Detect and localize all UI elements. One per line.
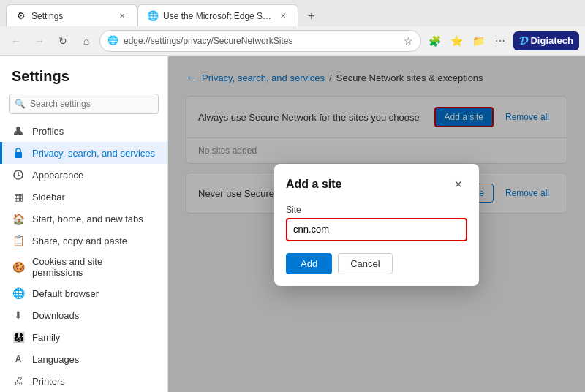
printers-icon: 🖨	[12, 374, 25, 388]
sidebar-item-printers-label: Printers	[32, 376, 65, 387]
sidebar-item-cookies[interactable]: 🍪 Cookies and site permissions	[0, 252, 167, 282]
dialog-title: Add a site	[286, 178, 341, 191]
add-site-dialog: Add a site ✕ Site Add Cancel	[274, 164, 479, 286]
home-button[interactable]: ⌂	[76, 31, 97, 51]
start-home-icon: 🏠	[12, 212, 25, 225]
sidebar-item-profiles[interactable]: Profiles	[0, 120, 167, 142]
new-tab-button[interactable]: +	[301, 6, 322, 26]
digiatech-name: Digiatech	[530, 35, 573, 46]
sidebar-item-languages-label: Languages	[32, 354, 79, 365]
sidebar-icon: ▦	[12, 190, 25, 203]
sidebar-item-share-copy-label: Share, copy and paste	[32, 235, 127, 246]
cookies-icon: 🍪	[12, 260, 25, 274]
family-icon: 👨‍👩‍👧	[12, 331, 25, 344]
settings-tab-icon: ⚙	[15, 10, 27, 22]
share-copy-icon: 📋	[12, 234, 25, 247]
dialog-add-button[interactable]: Add	[286, 253, 332, 274]
content-area: ← Privacy, search, and services / Secure…	[168, 56, 585, 392]
dialog-close-button[interactable]: ✕	[450, 176, 467, 193]
toolbar-actions: 🧩 ⭐ 📁 ⋯	[424, 31, 510, 51]
profiles-icon	[12, 124, 25, 137]
sidebar-item-share-copy[interactable]: 📋 Share, copy and paste	[0, 230, 167, 252]
sidebar: Settings 🔍 Profiles Privacy, search, and…	[0, 56, 168, 392]
dialog-body: Site	[274, 199, 479, 253]
extensions-button[interactable]: 🧩	[424, 31, 445, 51]
sidebar-item-profiles-label: Profiles	[32, 126, 64, 137]
sidebar-item-privacy[interactable]: Privacy, search, and services	[0, 142, 167, 164]
dialog-footer: Add Cancel	[274, 253, 479, 286]
appearance-icon	[12, 168, 25, 181]
refresh-button[interactable]: ↻	[53, 31, 73, 51]
sidebar-item-family[interactable]: 👨‍👩‍👧 Family	[0, 326, 167, 348]
sidebar-item-downloads[interactable]: ⬇ Downloads	[0, 304, 167, 326]
site-field-label: Site	[286, 205, 467, 215]
dialog-header: Add a site ✕	[274, 164, 479, 199]
sidebar-item-languages[interactable]: A Languages	[0, 348, 167, 370]
site-field-input[interactable]	[286, 218, 467, 241]
languages-icon: A	[12, 353, 25, 366]
browser-chrome: ⚙ Settings ✕ 🌐 Use the Microsoft Edge Se…	[0, 0, 585, 56]
back-button[interactable]: ←	[6, 31, 26, 51]
sidebar-item-sidebar-label: Sidebar	[32, 192, 65, 203]
search-icon: 🔍	[15, 99, 26, 109]
downloads-icon: ⬇	[12, 309, 25, 322]
settings-tab-close[interactable]: ✕	[116, 10, 128, 22]
sidebar-item-start-home[interactable]: 🏠 Start, home, and new tabs	[0, 208, 167, 230]
sidebar-item-default-browser-label: Default browser	[32, 288, 99, 299]
menu-button[interactable]: ⋯	[490, 31, 510, 51]
settings-tab-title: Settings	[31, 11, 112, 21]
favorites-button[interactable]: ⭐	[446, 31, 467, 51]
tab-bar: ⚙ Settings ✕ 🌐 Use the Microsoft Edge Se…	[0, 0, 585, 26]
search-box: 🔍	[9, 94, 159, 114]
edge-tab-icon: 🌐	[147, 10, 159, 22]
sidebar-item-privacy-label: Privacy, search, and services	[32, 148, 155, 159]
digiatech-d-icon: 𝓓	[519, 34, 527, 48]
digiatech-logo: 𝓓 Digiatech	[513, 31, 579, 50]
edge-favicon: 🌐	[107, 35, 119, 47]
tab-settings[interactable]: ⚙ Settings ✕	[6, 4, 137, 26]
sidebar-item-appearance[interactable]: Appearance	[0, 164, 167, 186]
sidebar-item-appearance-label: Appearance	[32, 170, 83, 181]
sidebar-item-cookies-label: Cookies and site permissions	[32, 256, 156, 278]
bookmark-icon[interactable]: ☆	[404, 35, 413, 47]
search-input[interactable]	[9, 94, 159, 114]
main-layout: Settings 🔍 Profiles Privacy, search, and…	[0, 56, 585, 392]
dialog-cancel-button[interactable]: Cancel	[338, 253, 392, 274]
sidebar-item-sidebar[interactable]: ▦ Sidebar	[0, 186, 167, 208]
sidebar-item-default-browser[interactable]: 🌐 Default browser	[0, 282, 167, 304]
address-bar[interactable]: 🌐 edge://settings/privacy/SecureNetworkS…	[99, 30, 421, 52]
sidebar-item-printers[interactable]: 🖨 Printers	[0, 370, 167, 392]
address-text: edge://settings/privacy/SecureNetworkSit…	[124, 36, 292, 46]
collections-button[interactable]: 📁	[468, 31, 488, 51]
sidebar-title: Settings	[0, 62, 167, 94]
sidebar-item-family-label: Family	[32, 332, 60, 343]
default-browser-icon: 🌐	[12, 287, 25, 300]
toolbar: ← → ↻ ⌂ 🌐 edge://settings/privacy/Secure…	[0, 26, 585, 56]
edge-tab-title: Use the Microsoft Edge Secure N...	[163, 11, 273, 21]
edge-tab-close[interactable]: ✕	[277, 10, 289, 22]
privacy-icon	[12, 146, 25, 159]
sidebar-item-downloads-label: Downloads	[32, 310, 79, 321]
forward-button[interactable]: →	[29, 31, 50, 51]
svg-rect-1	[15, 152, 22, 158]
tab-edge[interactable]: 🌐 Use the Microsoft Edge Secure N... ✕	[137, 4, 298, 26]
sidebar-item-start-home-label: Start, home, and new tabs	[32, 214, 143, 225]
dialog-overlay: Add a site ✕ Site Add Cancel	[168, 56, 585, 392]
